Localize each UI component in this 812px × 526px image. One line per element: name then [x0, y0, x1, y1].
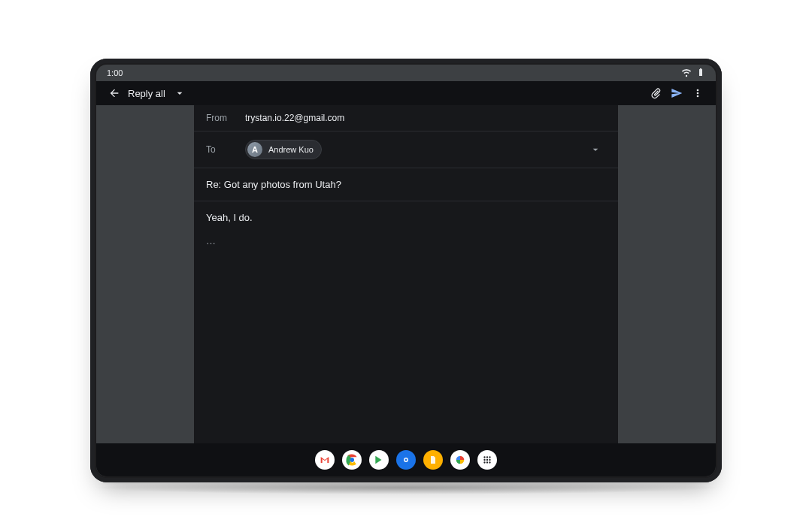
back-button[interactable]: [104, 83, 125, 104]
recipient-avatar: A: [247, 142, 262, 157]
attach-button[interactable]: [645, 83, 666, 104]
caret-down-icon: [174, 87, 186, 99]
recipient-chip[interactable]: A Andrew Kuo: [245, 140, 322, 159]
to-row[interactable]: To A Andrew Kuo: [194, 132, 618, 168]
screen: 1:00 Reply all: [96, 65, 716, 476]
from-value: trystan.io.22@gmail.com: [245, 113, 344, 123]
taskbar-app-files[interactable]: [423, 450, 443, 470]
taskbar-app-camera[interactable]: [396, 450, 416, 470]
app-bar: Reply all: [96, 81, 716, 105]
svg-point-11: [486, 461, 488, 463]
message-body-field[interactable]: Yeah, I do. …: [194, 201, 618, 476]
body-text: Yeah, I do.: [206, 212, 606, 223]
taskbar-app-chrome[interactable]: [342, 450, 362, 470]
reply-mode-dropdown[interactable]: [173, 86, 186, 100]
battery-icon: [696, 67, 705, 79]
more-vert-icon: [692, 87, 704, 99]
send-button[interactable]: [666, 83, 687, 104]
taskbar-app-photos[interactable]: [450, 450, 470, 470]
taskbar-all-apps-button[interactable]: [477, 450, 497, 470]
play-icon: [374, 455, 384, 465]
send-icon: [671, 87, 683, 99]
to-label: To: [206, 144, 235, 155]
taskbar-app-gmail[interactable]: [315, 450, 335, 470]
overflow-menu-button[interactable]: [687, 83, 708, 104]
expand-recipients-button[interactable]: [585, 139, 606, 160]
photos-icon: [454, 454, 466, 466]
recipient-name: Andrew Kuo: [268, 145, 314, 154]
wifi-icon: [681, 67, 692, 79]
right-gutter: [618, 105, 716, 476]
appbar-title: Reply all: [128, 88, 165, 99]
gmail-icon: [319, 454, 331, 466]
from-row[interactable]: From trystan.io.22@gmail.com: [194, 105, 618, 132]
subject-field[interactable]: Re: Got any photos from Utah?: [194, 168, 618, 201]
show-quoted-text-button[interactable]: …: [206, 235, 606, 246]
files-icon: [429, 455, 438, 465]
status-time: 1:00: [107, 68, 123, 77]
chevron-down-icon: [589, 144, 601, 156]
camera-icon: [401, 455, 411, 465]
svg-point-6: [489, 456, 490, 458]
svg-point-12: [489, 461, 490, 463]
tablet-frame: 1:00 Reply all: [90, 59, 722, 482]
paperclip-icon: [650, 87, 662, 99]
android-taskbar: [96, 443, 716, 476]
svg-point-4: [483, 456, 485, 458]
svg-point-10: [483, 461, 485, 463]
svg-point-9: [489, 459, 490, 461]
chrome-icon: [345, 453, 359, 467]
tablet-shadow: [90, 481, 722, 494]
left-gutter: [96, 105, 194, 476]
svg-point-3: [405, 459, 408, 461]
svg-point-7: [483, 459, 485, 461]
from-label: From: [206, 113, 235, 123]
android-status-bar: 1:00: [96, 65, 716, 81]
svg-point-5: [486, 456, 488, 458]
svg-point-8: [486, 459, 488, 461]
apps-grid-icon: [482, 455, 492, 465]
compose-panel: From trystan.io.22@gmail.com To A Andrew…: [194, 105, 618, 476]
taskbar-app-play-store[interactable]: [369, 450, 389, 470]
